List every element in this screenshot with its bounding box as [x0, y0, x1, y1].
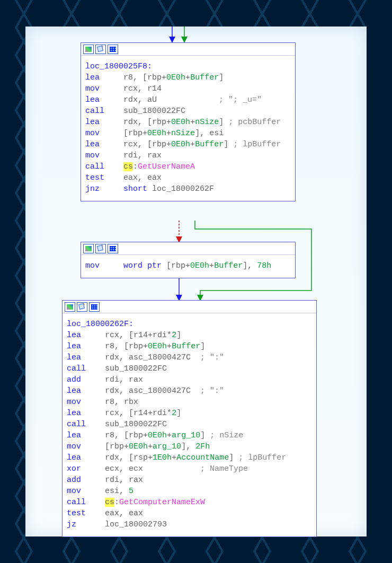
disasm-block-2[interactable]: mov word ptr [rbp+0E0h+Buffer], 78h [81, 242, 296, 278]
colors-icon[interactable] [83, 45, 94, 54]
code-listing-1: loc_1800025F8: lea r8, [rbp+0E0h+Buffer]… [81, 56, 295, 201]
edit-icon[interactable] [95, 244, 106, 253]
block-toolbar [63, 301, 316, 313]
hex-icon[interactable] [89, 302, 100, 312]
code-listing-2: mov word ptr [rbp+0E0h+Buffer], 78h [81, 255, 295, 278]
colors-icon[interactable] [65, 302, 75, 312]
block-toolbar [81, 242, 295, 255]
colors-icon[interactable] [83, 244, 94, 253]
edit-icon[interactable] [95, 45, 106, 54]
graph-canvas[interactable]: loc_1800025F8: lea r8, [rbp+0E0h+Buffer]… [25, 27, 367, 536]
disasm-block-1[interactable]: loc_1800025F8: lea r8, [rbp+0E0h+Buffer]… [81, 42, 296, 201]
code-listing-3: loc_18000262F: lea rcx, [r14+rdi*2] lea … [63, 313, 316, 536]
hex-icon[interactable] [108, 45, 118, 54]
hex-icon[interactable] [108, 244, 118, 253]
edit-icon[interactable] [77, 302, 87, 312]
block-toolbar [81, 43, 295, 56]
disasm-block-3[interactable]: loc_18000262F: lea rcx, [r14+rdi*2] lea … [62, 300, 317, 537]
